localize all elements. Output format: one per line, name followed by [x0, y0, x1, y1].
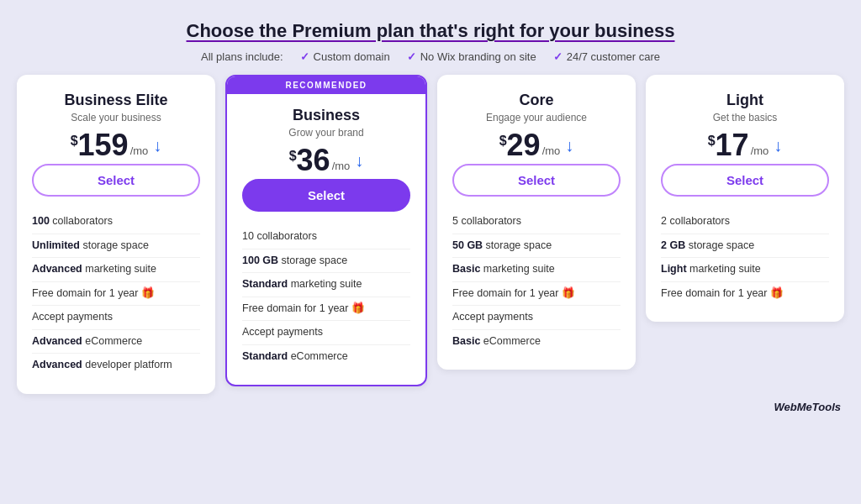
- includes-text-1: Custom domain: [314, 50, 390, 63]
- select-button-core[interactable]: Select: [452, 164, 621, 197]
- price-row-business: $ 36 /mo ↓: [242, 145, 410, 176]
- feature-item: Basic marketing suite: [452, 258, 621, 282]
- price-amount-light: 17: [716, 130, 749, 160]
- select-button-business[interactable]: Select: [242, 179, 410, 212]
- includes-label: All plans include:: [201, 50, 283, 63]
- feature-item: 50 GB storage space: [452, 234, 621, 259]
- includes-bar: All plans include: ✓ Custom domain ✓ No …: [17, 50, 844, 63]
- price-dollar-core: $: [499, 134, 507, 149]
- price-dollar-business-elite: $: [71, 134, 78, 149]
- recommended-badge: RECOMMENDED: [227, 76, 425, 94]
- plan-name-light: Light: [661, 92, 829, 109]
- arrow-icon-core: ↓: [565, 136, 573, 155]
- page-title: Choose the Premium plan that's right for…: [17, 20, 844, 42]
- feature-item: Standard eCommerce: [242, 345, 410, 369]
- price-dollar-light: $: [708, 134, 716, 149]
- brand-logo: WebMeTools: [17, 401, 844, 413]
- check-icon-3: ✓: [553, 50, 563, 63]
- select-button-business-elite[interactable]: Select: [32, 164, 200, 197]
- includes-text-2: No Wix branding on site: [420, 50, 536, 63]
- plan-tagline-business: Grow your brand: [242, 127, 410, 139]
- feature-item: Unlimited storage space: [32, 234, 200, 259]
- feature-item: Basic eCommerce: [452, 330, 621, 354]
- arrow-icon-business-elite: ↓: [153, 136, 161, 155]
- includes-text-3: 24/7 customer care: [567, 50, 660, 63]
- feature-item: 100 GB storage space: [242, 249, 410, 274]
- plan-light: Light Get the basics $ 17 /mo ↓ Select 2…: [646, 75, 844, 322]
- feature-item: 100 collaborators: [32, 210, 200, 234]
- feature-item: Accept payments: [32, 306, 200, 330]
- price-amount-core: 29: [507, 130, 541, 160]
- price-row-business-elite: $ 159 /mo ↓: [32, 130, 200, 160]
- feature-item: Free domain for 1 year 🎁: [242, 297, 410, 322]
- plan-tagline-light: Get the basics: [661, 112, 829, 123]
- features-list-light: 2 collaborators 2 GB storage space Light…: [661, 210, 829, 305]
- main-container: Choose the Premium plan that's right for…: [0, 0, 861, 504]
- includes-item-2: ✓ No Wix branding on site: [407, 50, 536, 63]
- plan-name-business: Business: [242, 107, 410, 124]
- feature-item: Advanced eCommerce: [32, 330, 200, 354]
- feature-item: 2 collaborators: [661, 210, 829, 234]
- price-row-core: $ 29 /mo ↓: [452, 130, 621, 160]
- price-mo-business: /mo: [332, 160, 351, 172]
- price-dollar-business: $: [289, 149, 297, 164]
- plan-business: RECOMMENDED Business Grow your brand $ 3…: [225, 75, 427, 386]
- plan-name-business-elite: Business Elite: [32, 92, 200, 109]
- price-row-light: $ 17 /mo ↓: [661, 130, 829, 160]
- arrow-icon-light: ↓: [774, 136, 782, 155]
- feature-item: Accept payments: [242, 321, 410, 345]
- features-list-business-elite: 100 collaborators Unlimited storage spac…: [32, 210, 200, 377]
- feature-item: 2 GB storage space: [661, 234, 829, 259]
- includes-item-3: ✓ 24/7 customer care: [553, 50, 660, 63]
- features-list-core: 5 collaborators 50 GB storage space Basi…: [452, 210, 621, 353]
- feature-item: Advanced marketing suite: [32, 258, 200, 282]
- plan-tagline-core: Engage your audience: [452, 112, 621, 123]
- feature-item: 10 collaborators: [242, 225, 410, 249]
- feature-item: Light marketing suite: [661, 258, 829, 282]
- price-amount-business-elite: 159: [78, 130, 129, 160]
- feature-item: Standard marketing suite: [242, 273, 410, 297]
- plan-core: Core Engage your audience $ 29 /mo ↓ Sel…: [437, 75, 636, 370]
- feature-item: 5 collaborators: [452, 210, 621, 234]
- features-list-business: 10 collaborators 100 GB storage space St…: [242, 225, 410, 368]
- feature-item: Free domain for 1 year 🎁: [452, 282, 621, 307]
- feature-item: Advanced developer platform: [32, 354, 200, 377]
- select-button-light[interactable]: Select: [661, 164, 829, 197]
- includes-item-1: ✓ Custom domain: [300, 50, 390, 63]
- check-icon-2: ✓: [407, 50, 416, 63]
- plans-grid: Business Elite Scale your business $ 159…: [17, 75, 844, 394]
- plan-name-core: Core: [452, 92, 621, 109]
- check-icon-1: ✓: [300, 50, 309, 63]
- price-mo-light: /mo: [751, 144, 769, 157]
- plan-business-elite: Business Elite Scale your business $ 159…: [17, 75, 215, 394]
- price-mo-business-elite: /mo: [130, 144, 149, 157]
- page-header: Choose the Premium plan that's right for…: [17, 20, 844, 63]
- feature-item: Accept payments: [452, 306, 621, 330]
- feature-item: Free domain for 1 year 🎁: [32, 282, 200, 307]
- price-amount-business: 36: [297, 145, 330, 176]
- arrow-icon-business: ↓: [355, 151, 363, 171]
- plan-tagline-business-elite: Scale your business: [32, 112, 200, 123]
- feature-item: Free domain for 1 year 🎁: [661, 282, 829, 306]
- price-mo-core: /mo: [542, 144, 561, 157]
